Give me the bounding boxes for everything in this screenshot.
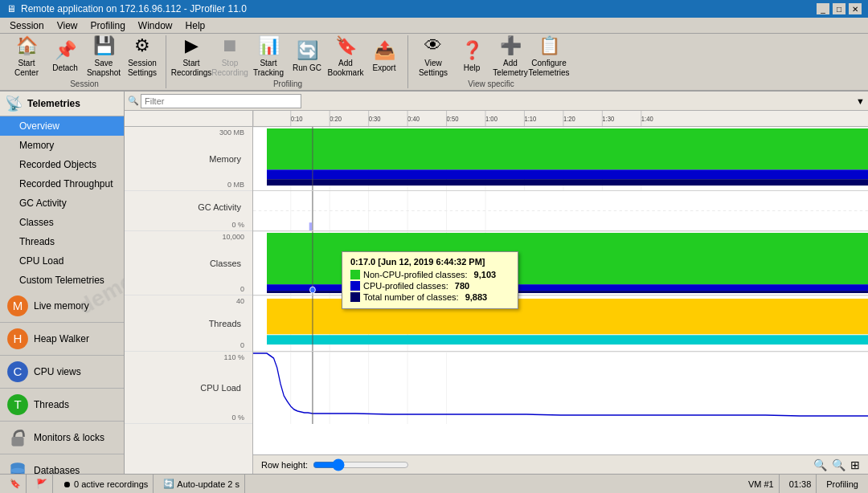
sidebar-item-threads[interactable]: Threads <box>0 232 124 251</box>
add-telemetry-button[interactable]: ➕ AddTelemetry <box>492 36 529 78</box>
view-settings-icon: 👁 <box>424 35 442 56</box>
time-ruler: 0:10 0:20 0:30 0:40 0:50 1:00 1:10 <box>253 111 868 127</box>
add-telemetry-label: AddTelemetry <box>493 59 527 78</box>
title-section: 🖥 Remote application on 172.16.96.112 - … <box>6 3 247 14</box>
menubar: Session View Profiling Window Help <box>0 18 868 34</box>
threads-chart-label: 40 Threads 0 <box>125 295 252 352</box>
save-snapshot-icon: 💾 <box>93 35 115 56</box>
view-settings-button[interactable]: 👁 ViewSettings <box>415 36 452 78</box>
start-recordings-button[interactable]: ▶ StartRecordings <box>173 36 210 78</box>
classes-chart-label: 10,000 Classes 0 <box>125 231 252 295</box>
live-memory-icon: M <box>6 295 29 317</box>
cpu-label-text: CPU Load <box>200 383 248 393</box>
window-controls[interactable]: _ □ ✕ <box>817 3 862 14</box>
gc-chart-label: GC Activity 0 % <box>125 191 252 231</box>
svg-point-12 <box>10 468 24 473</box>
heap-walker-label: Heap Walker <box>34 333 89 344</box>
sidebar-item-databases[interactable]: Databases <box>0 454 124 474</box>
run-gc-button[interactable]: 🔄 Run GC <box>289 36 326 78</box>
sidebar-item-custom-telemetries[interactable]: Custom Telemetries <box>0 271 124 290</box>
sidebar-item-threads-big[interactable]: T Threads <box>0 389 124 422</box>
menu-help[interactable]: Help <box>179 18 212 33</box>
status-flag[interactable]: 🚩 <box>31 475 53 493</box>
detach-button[interactable]: 📌 Detach <box>47 36 84 78</box>
timeline-content: 0:10 0:20 0:30 0:40 0:50 1:00 1:10 <box>253 111 868 474</box>
save-snapshot-button[interactable]: 💾 SaveSnapshot <box>85 36 122 78</box>
cpu-views-icon: C <box>6 361 29 383</box>
search-right-icon[interactable]: 🔍 <box>832 458 845 471</box>
main-area: 📡 Telemetries Overview Memory Recorded O… <box>0 92 868 474</box>
app-title: Remote application on 172.16.96.112 - JP… <box>21 3 247 14</box>
close-btn[interactable]: ✕ <box>849 3 862 14</box>
export-button[interactable]: 📤 Export <box>366 36 403 78</box>
classes-ymax: 10,000 <box>222 233 248 241</box>
databases-icon <box>6 459 29 474</box>
menu-session[interactable]: Session <box>3 18 51 33</box>
sidebar-item-cpu-load[interactable]: CPU Load <box>0 251 124 271</box>
timeline-area: 300 MB Memory 0 MB GC Activity 0 % 10,00… <box>125 111 868 474</box>
bookmark-icon: 🔖 <box>10 479 21 489</box>
search-left-icon[interactable]: 🔍 <box>813 458 827 471</box>
svg-text:T: T <box>14 397 21 411</box>
threads-label: Threads <box>19 236 55 247</box>
sidebar-item-heap-walker[interactable]: H Heap Walker <box>0 323 124 356</box>
cpu-chart-label: 110 % CPU Load 0 % <box>125 352 252 424</box>
sidebar-item-cpu-views[interactable]: C CPU views <box>0 356 124 389</box>
add-bookmark-label: AddBookmark <box>328 59 364 78</box>
session-settings-icon: ⚙ <box>134 35 150 56</box>
view-group-label: View specific <box>468 79 514 88</box>
add-bookmark-button[interactable]: 🔖 AddBookmark <box>327 36 364 78</box>
stop-recording-label: StopRecording <box>211 59 248 78</box>
session-settings-button[interactable]: ⚙ SessionSettings <box>124 36 161 78</box>
save-snapshot-label: SaveSnapshot <box>87 59 121 78</box>
run-gc-label: Run GC <box>293 63 321 73</box>
help-button[interactable]: ❓ Help <box>453 36 490 78</box>
filter-input[interactable] <box>141 94 301 108</box>
threads-ymax: 40 <box>236 297 248 305</box>
svg-rect-49 <box>267 179 868 185</box>
svg-rect-8 <box>11 437 23 446</box>
svg-rect-70 <box>267 284 868 291</box>
session-settings-label: SessionSettings <box>128 59 157 78</box>
cpu-views-label: CPU views <box>34 366 81 377</box>
telemetries-icon: 📡 <box>5 95 23 112</box>
menu-view[interactable]: View <box>51 18 84 33</box>
sidebar-item-classes[interactable]: Classes <box>0 213 124 232</box>
expand-icon[interactable]: ⊞ <box>850 458 860 471</box>
svg-rect-71 <box>267 291 868 293</box>
sidebar-item-monitors-locks[interactable]: Monitors & locks <box>0 422 124 454</box>
maximize-btn[interactable]: □ <box>833 3 845 14</box>
telemetries-section-header[interactable]: 📡 Telemetries <box>0 92 124 116</box>
status-vm: VM #1 <box>743 475 780 493</box>
svg-point-73 <box>310 287 316 293</box>
classes-ymin: 0 <box>240 285 248 293</box>
start-center-icon: 🏠 <box>16 35 38 56</box>
threads-ymin: 0 <box>240 341 248 349</box>
cpu-chart <box>253 352 868 424</box>
sidebar-item-live-memory[interactable]: M Live memory <box>0 290 124 323</box>
stop-recording-icon: ⏹ <box>221 35 239 56</box>
status-recordings: ⏺ 0 active recordings <box>58 475 154 493</box>
vm-text: VM #1 <box>748 479 774 489</box>
svg-rect-13 <box>253 111 868 126</box>
start-tracking-button[interactable]: 📊 StartTracking <box>250 36 287 78</box>
threads-label-text: Threads <box>209 319 248 328</box>
svg-rect-80 <box>267 299 868 334</box>
stop-recording-button[interactable]: ⏹ StopRecording <box>211 36 248 78</box>
recordings-text: 0 active recordings <box>74 479 148 489</box>
start-center-button[interactable]: 🏠 StartCenter <box>8 36 45 78</box>
flag-icon: 🚩 <box>36 479 47 489</box>
add-bookmark-icon: 🔖 <box>335 35 357 56</box>
row-height-slider[interactable] <box>313 458 409 471</box>
minimize-btn[interactable]: _ <box>817 3 829 14</box>
sidebar-item-gc-activity[interactable]: GC Activity <box>0 194 124 213</box>
menu-window[interactable]: Window <box>132 18 179 33</box>
sidebar-item-recorded-throughput[interactable]: Recorded Throughput <box>0 174 124 194</box>
status-bookmark[interactable]: 🔖 <box>5 475 27 493</box>
menu-profiling[interactable]: Profiling <box>84 18 132 33</box>
sidebar-item-memory[interactable]: Memory <box>0 136 124 155</box>
sidebar-item-overview[interactable]: Overview <box>0 116 124 136</box>
filter-expand-btn[interactable]: ▼ <box>856 96 865 106</box>
configure-telemetries-button[interactable]: 📋 ConfigureTelemetries <box>530 36 567 78</box>
sidebar-item-recorded-objects[interactable]: Recorded Objects <box>0 155 124 174</box>
